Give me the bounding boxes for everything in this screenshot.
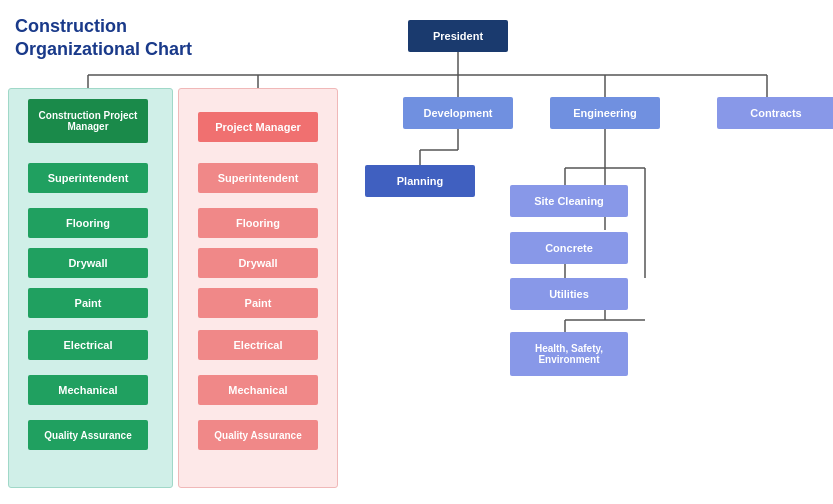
health-safety-box: Health, Safety, Environment (510, 332, 628, 376)
page-title: Construction Organizational Chart (15, 15, 192, 62)
contracts-box: Contracts (717, 97, 833, 129)
quality-green-box: Quality Assurance (28, 420, 148, 450)
drywall-green-box: Drywall (28, 248, 148, 278)
flooring-pink-box: Flooring (198, 208, 318, 238)
construction-pm-box: Construction Project Manager (28, 99, 148, 143)
electrical-green-box: Electrical (28, 330, 148, 360)
mechanical-pink-box: Mechanical (198, 375, 318, 405)
utilities-box: Utilities (510, 278, 628, 310)
drywall-pink-box: Drywall (198, 248, 318, 278)
superintendent-green-box: Superintendent (28, 163, 148, 193)
engineering-box: Engineering (550, 97, 660, 129)
project-manager-box: Project Manager (198, 112, 318, 142)
mechanical-green-box: Mechanical (28, 375, 148, 405)
paint-green-box: Paint (28, 288, 148, 318)
president-box: President (408, 20, 508, 52)
concrete-box: Concrete (510, 232, 628, 264)
site-cleaning-box: Site Cleaning (510, 185, 628, 217)
development-box: Development (403, 97, 513, 129)
quality-pink-box: Quality Assurance (198, 420, 318, 450)
electrical-pink-box: Electrical (198, 330, 318, 360)
flooring-green-box: Flooring (28, 208, 148, 238)
paint-pink-box: Paint (198, 288, 318, 318)
planning-box: Planning (365, 165, 475, 197)
superintendent-pink-box: Superintendent (198, 163, 318, 193)
